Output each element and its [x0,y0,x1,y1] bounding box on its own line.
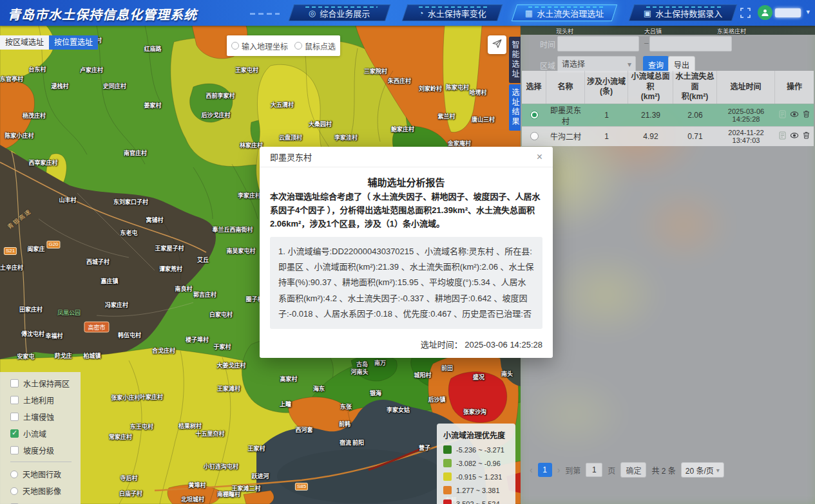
side-tab-2[interactable]: 选址结果 [509,84,521,131]
mode-button-2[interactable]: 按位置选址 [49,35,98,50]
radio-icon [294,42,302,50]
nav-tab-1[interactable]: ◎综合业务展示 [289,5,390,21]
legend-title: 小流域治理优先度 [443,429,509,440]
page-size-value: 20 条/页 [686,465,714,476]
delete-icon[interactable] [803,131,810,141]
table-header-row: 选择名称涉及小流域 (条)小流域总面积 (km²)水土流失总面 积(km²)选址… [522,71,814,104]
legend-swatch [443,445,452,454]
select-cell [522,104,546,126]
panel-top-map-strip: 现头村大吕镇东美格庄村 [521,26,815,35]
table-cell: 0.71 [673,127,717,146]
table-cell: 1 [585,127,628,146]
region-select-value: 请选择 [562,60,585,69]
table-cell: 2024-11-22 13:47:03 [717,127,775,146]
nav-tab-label: 水土保持数据录入 [655,7,722,19]
nav-tab-content: ◎综合业务展示 [309,7,370,19]
pie-icon: ◔ [419,8,424,18]
close-icon[interactable]: × [537,152,542,162]
nav-tab-3[interactable]: ▦水土流失治理选址 [512,5,617,21]
checkbox-icon[interactable] [10,396,19,404]
report-icon[interactable] [779,131,786,142]
overlay-layer-item-2[interactable]: 土地利用 [10,395,81,406]
mode-button-1[interactable]: 按区域选址 [0,35,49,50]
goto-confirm-button[interactable]: 确定 [620,462,646,478]
overlay-layer-item-3[interactable]: 土壤侵蚀 [10,411,81,422]
nav-tab-content: ▣水土保持数据录入 [644,7,722,19]
page-size-select[interactable]: 20 条/页 [681,462,724,478]
results-table: 选择名称涉及小流域 (条)小流域总面积 (km²)水土流失总面 积(km²)选址… [522,71,814,146]
time-start-input[interactable] [557,36,639,51]
user-avatar-icon[interactable] [758,5,772,20]
modal-body: 辅助选址分析报告 本次治理选址综合考虑了（ 水土流失因子、耕地因子、坡度因子、人… [260,167,553,358]
nav-tab-4[interactable]: ▣水土保持数据录入 [629,5,737,21]
locate-send-button[interactable] [488,35,506,54]
legend-range-label: -5.236 ~ -3.271 [456,446,504,454]
goto-prefix-label: 到第 [565,465,580,476]
nav-tab-content: ▦水土流失治理选址 [525,7,604,19]
report-title: 辅助选址分析报告 [270,175,542,189]
view-icon[interactable] [790,111,799,120]
radio-icon [231,42,239,50]
prev-page-icon[interactable]: ‹ [530,465,533,475]
side-tab-1[interactable]: 智能选址 [509,37,521,83]
checkbox-checked-icon[interactable] [10,429,19,438]
layer-label: 小流域 [23,428,46,439]
goto-page-input[interactable] [586,463,602,477]
coordinate-input-panel: 输入地理坐标鼠标点选 [227,35,340,56]
table-row[interactable]: 即墨灵东村121.392.062025-03-06 14:25:28 [522,104,814,126]
user-menu-caret-icon[interactable]: ▾ [806,8,810,16]
overlay-layer-item-4[interactable]: 小流域 [10,428,81,439]
next-page-icon[interactable]: › [557,465,561,475]
overlay-layer-item-5[interactable]: 坡度分级 [10,445,81,456]
table-row[interactable]: 牛沟二村14.920.712024-11-22 13:47:03 [522,126,814,146]
layer-label: 坡度分级 [23,445,54,456]
table-cell: 21.39 [628,104,673,126]
table-cell: 1 [585,104,628,126]
report-detail: 1. 小流域编号:DD220000430370215 、小流域名称:灵东村 、所… [270,237,542,328]
layer-label: 天地图行政 [23,469,61,480]
radio-icon[interactable] [10,471,18,478]
report-icon[interactable] [779,110,786,120]
nav-tab-label: 水土保持率变化 [427,7,486,19]
legend-range-label: -0.915 ~ 1.231 [456,473,502,481]
results-panel: 现头村大吕镇东美格庄村 时间 – 区域 请选择 查询 导出 选择名称涉及小流域 … [521,26,815,504]
layer-label: 水土保持两区 [23,378,70,389]
delete-icon[interactable] [803,110,810,120]
username-redacted[interactable] [775,8,801,17]
checkbox-icon[interactable] [10,379,19,387]
legend-item-1: -5.236 ~ -3.271 [443,445,509,454]
priority-legend: 小流域治理优先度 -5.236 ~ -3.271-3.082 ~ -0.96-0… [437,424,515,504]
time-filter-label: 时间 [540,39,555,50]
legend-range-label: -3.082 ~ -0.96 [456,460,501,467]
column-header: 选址时间 [717,71,775,104]
overlay-layer-item-1[interactable]: 水土保持两区 [10,378,81,389]
app-root: 青岛市水土保持信息化管理系统 ◎综合业务展示◔水土保持率变化▦水土流失治理选址▣… [0,0,815,504]
basemap-layer-item-2[interactable]: 天地图影像 [10,485,81,496]
checkbox-icon[interactable] [10,413,19,421]
radio-icon[interactable] [530,132,539,140]
column-header: 选择 [522,71,546,104]
radio-icon[interactable] [10,487,18,495]
basemap-layer-item-1[interactable]: 天地图行政 [10,469,81,480]
fullscreen-icon[interactable] [740,8,751,18]
checkbox-icon[interactable] [10,446,19,454]
table-cell: 2025-03-06 14:25:28 [717,104,775,126]
nav-tab-2[interactable]: ◔水土保持率变化 [402,5,503,21]
coord-option-2[interactable]: 鼠标点选 [294,41,336,51]
nav-tab-label: 水土流失治理选址 [537,7,604,19]
current-page-button[interactable]: 1 [538,463,552,477]
radio-selected-icon[interactable] [530,111,539,119]
view-icon[interactable] [790,132,799,141]
grid-icon: ▦ [525,8,533,18]
legend-item-4: 1.277 ~ 3.381 [443,486,509,494]
app-title: 青岛市水土保持信息化管理系统 [8,5,197,23]
table-body: 即墨灵东村121.392.062025-03-06 14:25:28牛沟二村14… [522,104,814,146]
nav-tab-label: 综合业务展示 [320,7,370,19]
coord-option-1[interactable]: 输入地理坐标 [231,41,288,51]
time-end-input[interactable] [649,36,732,51]
report-intro: 本次治理选址综合考虑了（ 水土流失因子、耕地因子、坡度因子、人居水系因子4个因子… [270,191,542,230]
table-cell: 2.06 [673,104,717,126]
select-cell [522,127,546,146]
monitor-icon: ▣ [644,8,651,18]
goto-suffix-label: 页 [608,465,615,476]
